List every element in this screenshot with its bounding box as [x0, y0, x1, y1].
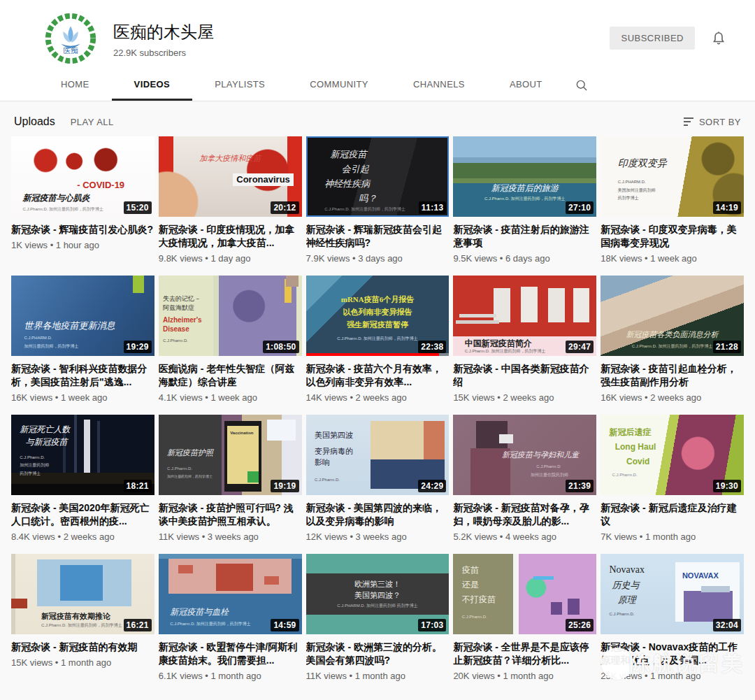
video-thumbnail[interactable]: 失去的记忆－阿兹海默症Alzheimer'sDiseaseC.J.Pharm.D…: [159, 276, 302, 356]
thumbnail-art-shape: [267, 420, 296, 441]
video-thumbnail[interactable]: 新冠疫苗护照VaccinationC.J.Pharm.D.加州注册药剂师，药剂学…: [159, 415, 302, 495]
video-card[interactable]: mRNA疫苗6个月报告以色列南非变异报告强生新冠疫苗暂停C.J.Pharm.D.…: [306, 276, 450, 403]
video-title[interactable]: 新冠杂谈 - 美国2020年新冠死亡人口统计。密西根州的疫...: [11, 501, 154, 528]
video-title[interactable]: 新冠杂谈 - 欧洲第三波的分析。美国会有第四波吗?: [306, 641, 450, 667]
video-card[interactable]: 新冠疫苗与心肌炎- COVID-19C.J.Pharm.D. 加州注册药剂师，药…: [11, 136, 154, 264]
thumbnail-text: 历史与: [612, 580, 640, 591]
tab-channels[interactable]: CHANNELS: [391, 70, 487, 101]
video-title[interactable]: 新冠杂谈 - 中国各类新冠疫苗介绍: [453, 362, 596, 389]
video-title[interactable]: 新冠杂谈 - 印度双变异病毒，美国病毒变异现况: [601, 223, 744, 250]
thumbnail-art-shape: [60, 565, 103, 601]
video-title[interactable]: 新冠杂谈 - Novavax疫苗的工作原理和优点，以及美国...: [601, 641, 744, 667]
video-title[interactable]: 新冠杂谈 - 疫苗护照可行吗? 浅谈中美疫苗护照互相承认。: [159, 501, 302, 528]
video-duration-badge: 25:26: [566, 619, 594, 631]
video-thumbnail[interactable]: 新冠疫苗后的旅游C.J.Pharm.D. 加州注册药剂师，药剂学博士27:10: [453, 136, 596, 217]
video-title[interactable]: 新冠杂谈 - 美国第四波的来临，以及变异病毒的影响: [306, 501, 450, 528]
thumbnail-art-shape: [456, 320, 498, 324]
thumbnail-text: mRNA疫苗6个月报告: [306, 295, 450, 305]
video-title[interactable]: 新冠杂谈 - 辉瑞新冠疫苗会引起神经性疾病吗?: [306, 223, 450, 250]
notification-bell-icon[interactable]: [710, 30, 727, 47]
video-card[interactable]: 中国新冠疫苗简介C.J.Pharm.D. 加州注册药剂师，药剂学博士29:47新…: [453, 276, 596, 403]
video-thumbnail[interactable]: 新冠疫苗与血栓C.J.Pharm.D. 加州注册药剂师，药剂学博士14:59: [159, 554, 302, 634]
video-meta: 15K views • 2 weeks ago: [453, 392, 596, 403]
video-card[interactable]: 新冠疫苗各类负面消息分析C.J.Pharm.D. 加州注册药剂师，药剂学博士21…: [601, 276, 744, 403]
video-title[interactable]: 新冠杂谈 - 新冠疫苗对备孕，孕妇，喂奶母亲及胎儿的影...: [453, 501, 596, 528]
video-thumbnail[interactable]: 新冠疫苗有效期推论C.J.Pharm.D. 加州注册药剂师，药剂学博士16:21: [11, 554, 154, 634]
thumbnail-text: 会引起: [342, 164, 369, 175]
video-thumbnail[interactable]: 新冠疫苗与孕妇和儿童C.J.Pharm.D加州注册住院药剂师21:39: [453, 415, 596, 495]
video-title[interactable]: 新冠杂谈 - 辉瑞疫苗引发心肌炎?: [11, 223, 154, 236]
video-title[interactable]: 新冠杂谈 - 疫苗六个月有效率，以色列南非变异有效率...: [306, 362, 450, 389]
thumbnail-text: Covid: [626, 457, 649, 467]
video-title[interactable]: 新冠杂谈 - 智利科兴疫苗数据分析，美国疫苗注射后"逃逸...: [11, 362, 154, 389]
video-thumbnail[interactable]: 世界各地疫苗更新消息C.J.PHARM.D.加州注册药剂师，药剂学博士19:29: [11, 276, 154, 356]
video-duration-badge: 15:20: [124, 201, 152, 214]
video-card[interactable]: 美国第四波变异病毒的影响C.J.Pharm.D.24:29新冠杂谈 - 美国第四…: [306, 415, 450, 542]
video-card[interactable]: 新冠疫苗会引起神经性疾病吗？C.J.Pharm.D. 加州注册药剂师，药剂学博士…: [306, 136, 450, 264]
video-title[interactable]: 新冠杂谈 - 全世界是不是应该停止新冠疫苗？详细分析比...: [453, 641, 596, 667]
video-meta: 16K views • 2 weeks ago: [601, 392, 744, 403]
video-title[interactable]: 医痴说病 - 老年性失智症（阿兹海默症）综合讲座: [159, 362, 302, 389]
video-title[interactable]: 新冠杂谈 - 新冠后遗症及治疗建议: [601, 501, 744, 528]
video-card[interactable]: 印度双变异C.J.PHARM.D.美国加州注册药剂师药剂学博士14:19新冠杂谈…: [601, 136, 744, 264]
video-meta: 11K views • 3 weeks ago: [159, 531, 302, 542]
video-card[interactable]: 欧洲第三波！美国第四波？C.J.PHARM.D. 加州注册药剂师 药剂学博士17…: [306, 554, 450, 681]
video-thumbnail[interactable]: 疫苗还是不打疫苗C.J.Pharm.D.25:26: [453, 554, 596, 634]
thumbnail-text: 与新冠疫苗: [25, 437, 67, 448]
thumbnail-text: C.J.PHARM.D. 加州注册药剂师 药剂学博士: [306, 603, 450, 609]
video-card[interactable]: 加拿大疫情和疫苗Coronavirus20:12新冠杂谈 - 印度疫情现况，加拿…: [159, 136, 302, 264]
video-thumbnail[interactable]: 新冠疫苗会引起神经性疾病吗？C.J.Pharm.D. 加州注册药剂师，药剂学博士…: [306, 136, 450, 217]
video-title[interactable]: 新冠杂谈 - 新冠疫苗的有效期: [11, 641, 154, 654]
thumbnail-text: 新冠疫苗各类负面消息分析: [601, 330, 744, 340]
thumbnail-text: 新冠后遗症: [609, 427, 651, 438]
video-thumbnail[interactable]: 新冠后遗症Long HaulCovidC.J.Pharm.D.19:30: [601, 415, 744, 495]
channel-header: 医痴 医痴的木头屋 22.9K subscribers SUBSCRIBED H…: [0, 0, 755, 101]
thumbnail-text: 还是: [462, 580, 479, 590]
video-card[interactable]: 新冠后遗症Long HaulCovidC.J.Pharm.D.19:30新冠杂谈…: [601, 415, 744, 542]
video-card[interactable]: 失去的记忆－阿兹海默症Alzheimer'sDiseaseC.J.Pharm.D…: [159, 276, 302, 403]
video-meta: 16K views • 1 week ago: [11, 392, 154, 403]
video-thumbnail[interactable]: 印度双变异C.J.PHARM.D.美国加州注册药剂师药剂学博士14:19: [601, 136, 744, 217]
tab-about[interactable]: ABOUT: [487, 70, 565, 101]
thumbnail-art-shape: [533, 576, 554, 580]
video-thumbnail[interactable]: 加拿大疫情和疫苗Coronavirus20:12: [159, 136, 302, 217]
video-title[interactable]: 新冠杂谈 - 疫苗注射后的旅游注意事项: [453, 223, 596, 250]
thumbnail-text: 原理: [618, 594, 636, 606]
video-card[interactable]: Novavax历史与原理NOVAVAXC.J.Pharm.D.32:04新冠杂谈…: [601, 554, 744, 681]
video-thumbnail[interactable]: 新冠死亡人数与新冠疫苗C.J.Pharm.D.加州注册药剂师药剂学博士18:21: [11, 415, 154, 495]
video-card[interactable]: 新冠疫苗与血栓C.J.Pharm.D. 加州注册药剂师，药剂学博士14:59新冠…: [159, 554, 302, 681]
video-card[interactable]: 新冠疫苗有效期推论C.J.Pharm.D. 加州注册药剂师，药剂学博士16:21…: [11, 554, 154, 681]
video-card[interactable]: 新冠死亡人数与新冠疫苗C.J.Pharm.D.加州注册药剂师药剂学博士18:21…: [11, 415, 154, 542]
video-card[interactable]: 疫苗还是不打疫苗C.J.Pharm.D.25:26新冠杂谈 - 全世界是不是应该…: [453, 554, 596, 681]
video-card[interactable]: 新冠疫苗与孕妇和儿童C.J.Pharm.D加州注册住院药剂师21:39新冠杂谈 …: [453, 415, 596, 542]
video-duration-badge: 19:29: [124, 341, 152, 353]
thumbnail-text: 神经性疾病: [324, 178, 370, 190]
video-thumbnail[interactable]: mRNA疫苗6个月报告以色列南非变异报告强生新冠疫苗暂停C.J.Pharm.D.…: [306, 276, 450, 356]
video-card[interactable]: 世界各地疫苗更新消息C.J.PHARM.D.加州注册药剂师，药剂学博士19:29…: [11, 276, 154, 403]
video-thumbnail[interactable]: 中国新冠疫苗简介C.J.Pharm.D. 加州注册药剂师，药剂学博士29:47: [453, 276, 596, 356]
video-thumbnail[interactable]: 欧洲第三波！美国第四波？C.J.PHARM.D. 加州注册药剂师 药剂学博士17…: [306, 554, 450, 634]
thumbnail-text: 影响: [315, 458, 330, 468]
video-title[interactable]: 新冠杂谈 - 疫苗引起血栓分析，强生疫苗副作用分析: [601, 362, 744, 389]
thumbnail-art-shape: [11, 599, 27, 608]
video-thumbnail[interactable]: Novavax历史与原理NOVAVAXC.J.Pharm.D.32:04: [601, 554, 744, 634]
thumbnail-text: 新冠疫苗: [330, 149, 366, 160]
subscribed-button[interactable]: SUBSCRIBED: [610, 27, 695, 50]
video-title[interactable]: 新冠杂谈 - 欧盟暂停牛津/阿斯利康疫苗始末。我们需要担...: [159, 641, 302, 667]
video-thumbnail[interactable]: 新冠疫苗各类负面消息分析C.J.Pharm.D. 加州注册药剂师，药剂学博士21…: [601, 276, 744, 356]
channel-avatar[interactable]: 医痴: [43, 11, 98, 66]
thumbnail-text: 加州注册住院药剂师: [531, 473, 568, 478]
sort-by-button[interactable]: SORT BY: [684, 117, 741, 127]
tab-community[interactable]: COMMUNITY: [287, 70, 391, 101]
video-card[interactable]: 新冠疫苗护照VaccinationC.J.Pharm.D.加州注册药剂师，药剂学…: [159, 415, 302, 542]
video-card[interactable]: 新冠疫苗后的旅游C.J.Pharm.D. 加州注册药剂师，药剂学博士27:10新…: [453, 136, 596, 264]
tab-playlists[interactable]: PLAYLISTS: [192, 70, 287, 101]
video-thumbnail[interactable]: 美国第四波变异病毒的影响C.J.Pharm.D.24:29: [306, 415, 450, 495]
video-title[interactable]: 新冠杂谈 - 印度疫情现况，加拿大疫情现况，加拿大疫苗...: [159, 223, 302, 250]
tab-videos[interactable]: VIDEOS: [112, 70, 193, 101]
tab-home[interactable]: HOME: [38, 70, 112, 101]
thumbnail-text: 变异病毒的: [315, 447, 353, 457]
channel-search-button[interactable]: [575, 78, 589, 92]
play-all-button[interactable]: PLAY ALL: [71, 117, 114, 127]
video-thumbnail[interactable]: 新冠疫苗与心肌炎- COVID-19C.J.Pharm.D. 加州注册药剂师，药…: [11, 136, 154, 217]
